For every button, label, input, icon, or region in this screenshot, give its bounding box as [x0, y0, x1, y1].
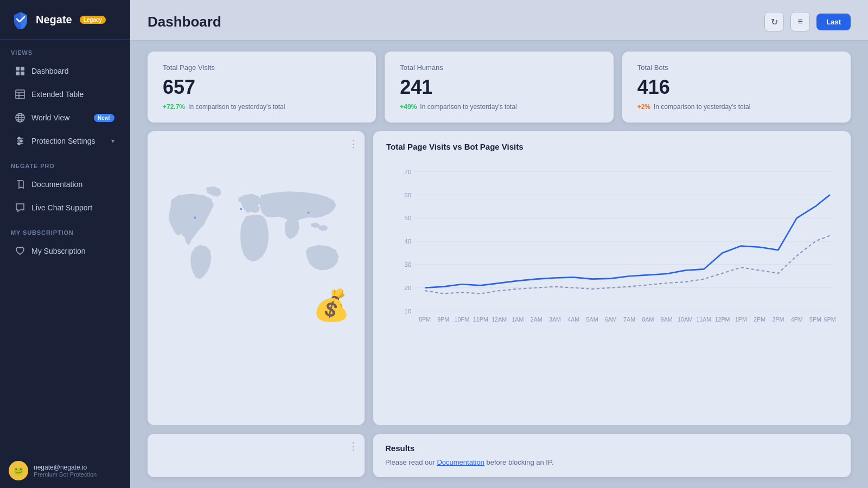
sidebar-section-negate-pro: NEGATE PRO Documentation Live Chat Suppo…	[0, 153, 130, 220]
stat-label-bots: Total Bots	[637, 63, 835, 72]
svg-text:9PM: 9PM	[437, 316, 449, 323]
svg-text:30: 30	[404, 261, 412, 268]
footer-user-info: negate@negate.io Premium Bot Protection	[34, 464, 97, 478]
globe-icon	[15, 113, 25, 123]
svg-text:3PM: 3PM	[772, 316, 784, 323]
svg-text:10AM: 10AM	[678, 316, 693, 323]
live-chat-label: Live Chat Support	[31, 203, 92, 212]
stat-change-value-bots: +2%	[637, 103, 650, 111]
stat-change-value-page-visits: +72.7%	[163, 103, 185, 111]
sidebar-item-extended-table[interactable]: Extended Table	[4, 83, 125, 106]
stat-value-humans: 241	[400, 76, 598, 99]
sidebar-section-views: VIEWS Dashboard Extended Table	[0, 40, 130, 153]
grid-icon	[15, 66, 25, 76]
svg-text:7AM: 7AM	[623, 316, 635, 323]
sidebar-item-my-subscription[interactable]: My Subscription	[4, 240, 125, 262]
stat-card-page-visits: Total Page Visits 657 +72.7% In comparis…	[148, 52, 376, 123]
negate-logo-icon	[11, 10, 30, 29]
map-dot-3	[308, 211, 310, 214]
world-map: 💰	[156, 144, 356, 329]
svg-text:3AM: 3AM	[549, 316, 561, 323]
header-actions: ↻ ≡ Last	[764, 12, 851, 31]
sidebar: Negate Legacy VIEWS Dashboard Extended T…	[0, 0, 130, 488]
last-button[interactable]: Last	[816, 14, 851, 30]
results-card: Results Please read our Documentation be…	[373, 434, 851, 478]
stat-change-bots: +2% In comparison to yesterday's total	[637, 103, 835, 111]
logo-text: Negate	[36, 14, 72, 26]
svg-rect-3	[21, 72, 24, 75]
negate-pro-section-label: NEGATE PRO	[0, 153, 130, 172]
map-card: ⋮	[148, 131, 365, 425]
svg-text:8PM: 8PM	[419, 316, 431, 323]
line-chart-svg: 70 60 50 40 30 20 10 8PM 9PM 10PM 11PM	[386, 160, 838, 323]
svg-text:60: 60	[404, 191, 412, 198]
views-section-label: VIEWS	[0, 40, 130, 59]
main-content: Dashboard ↻ ≡ Last Total Page Visits 657…	[130, 0, 868, 488]
bottom-left-card: ⋮	[148, 434, 365, 477]
documentation-label: Documentation	[31, 180, 82, 189]
stat-card-bots: Total Bots 416 +2% In comparison to yest…	[622, 52, 851, 123]
results-text-after: before blocking an IP.	[486, 458, 553, 466]
footer-subtitle: Premium Bot Protection	[34, 471, 97, 478]
sidebar-section-subscription: MY SUBSCRIPTION My Subscription	[0, 220, 130, 263]
svg-text:20: 20	[404, 284, 412, 291]
money-bag-decoration: 💰	[312, 287, 350, 323]
refresh-button[interactable]: ↻	[764, 12, 784, 31]
chart-title: Total Page Visits vs Bot Page Visits	[386, 142, 838, 151]
stat-label-page-visits: Total Page Visits	[163, 63, 361, 72]
svg-text:9AM: 9AM	[661, 316, 673, 323]
svg-text:6PM: 6PM	[824, 316, 836, 323]
sidebar-item-documentation[interactable]: Documentation	[4, 173, 125, 196]
svg-rect-2	[16, 72, 20, 75]
new-badge: New!	[94, 114, 114, 122]
svg-text:5PM: 5PM	[809, 316, 821, 323]
stat-card-humans: Total Humans 241 +49% In comparison to y…	[385, 52, 613, 123]
content-row: ⋮	[130, 123, 868, 425]
bottom-row: ⋮ Results Please read our Documentation …	[130, 425, 868, 489]
svg-text:8AM: 8AM	[642, 316, 654, 323]
sidebar-item-protection-settings[interactable]: Protection Settings ▾	[4, 130, 125, 152]
footer-email: negate@negate.io	[34, 464, 97, 471]
filter-button[interactable]: ≡	[790, 12, 810, 31]
svg-text:40: 40	[404, 237, 412, 245]
avatar: 🐸	[9, 461, 28, 480]
stat-change-page-visits: +72.7% In comparison to yesterday's tota…	[163, 103, 361, 111]
sidebar-item-world-view[interactable]: World View New!	[4, 106, 125, 129]
bottom-card-menu[interactable]: ⋮	[348, 440, 358, 452]
svg-text:1PM: 1PM	[735, 316, 747, 323]
my-subscription-label: My Subscription	[31, 247, 86, 255]
chart-area: 70 60 50 40 30 20 10 8PM 9PM 10PM 11PM	[386, 160, 838, 323]
results-text: Please read our Documentation before blo…	[385, 457, 839, 468]
svg-point-18	[18, 143, 20, 145]
table-icon	[15, 89, 25, 99]
svg-text:1AM: 1AM	[512, 316, 524, 323]
chevron-down-icon: ▾	[111, 137, 114, 145]
map-card-menu[interactable]: ⋮	[348, 138, 358, 150]
svg-text:4PM: 4PM	[791, 316, 803, 323]
sidebar-item-dashboard[interactable]: Dashboard	[4, 60, 125, 82]
stat-change-text-bots: In comparison to yesterday's total	[654, 103, 750, 111]
sidebar-item-live-chat[interactable]: Live Chat Support	[4, 196, 125, 219]
stat-label-humans: Total Humans	[400, 63, 598, 72]
stat-change-text-humans: In comparison to yesterday's total	[420, 103, 516, 111]
world-view-label: World View	[31, 113, 69, 122]
page-title: Dashboard	[148, 14, 221, 30]
map-dot-1	[194, 216, 196, 219]
sidebar-logo: Negate Legacy	[0, 0, 130, 40]
sliders-icon	[15, 136, 25, 146]
protection-settings-label: Protection Settings	[31, 137, 95, 145]
extended-table-label: Extended Table	[31, 90, 84, 99]
subscription-section-label: MY SUBSCRIPTION	[0, 220, 130, 239]
svg-text:12AM: 12AM	[492, 316, 507, 323]
results-text-before: Please read our	[385, 458, 435, 466]
stats-row: Total Page Visits 657 +72.7% In comparis…	[130, 52, 868, 123]
svg-point-16	[18, 137, 20, 139]
results-documentation-link[interactable]: Documentation	[437, 458, 484, 466]
dashboard-label: Dashboard	[31, 67, 69, 75]
svg-text:70: 70	[404, 168, 412, 175]
stat-value-bots: 416	[637, 76, 835, 99]
svg-text:2AM: 2AM	[531, 316, 542, 323]
stat-change-humans: +49% In comparison to yesterday's total	[400, 103, 598, 111]
stat-change-text-page-visits: In comparison to yesterday's total	[188, 103, 285, 111]
svg-text:10PM: 10PM	[455, 316, 470, 323]
